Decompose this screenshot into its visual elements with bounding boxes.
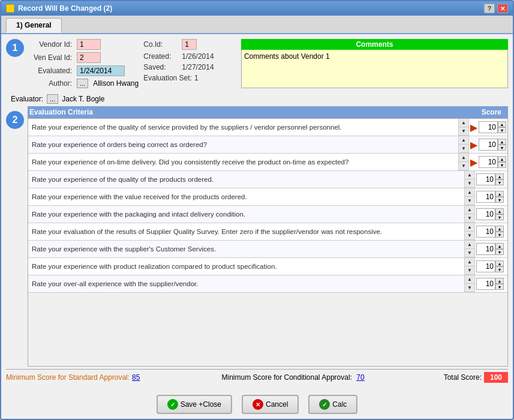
scroll-up-btn[interactable]: ▲ <box>465 241 474 249</box>
min-score-value[interactable]: 85 <box>132 373 140 382</box>
spin-up[interactable]: ▲ <box>498 139 506 145</box>
spin-down[interactable]: ▼ <box>495 284 504 290</box>
scroll-up-btn[interactable]: ▲ <box>459 119 468 127</box>
criteria-header: Evaluation Criteria Score <box>28 106 508 118</box>
vendor-id-input[interactable] <box>77 39 101 50</box>
bottom-section: Minimum Score for Standard Approval: 85 … <box>6 369 508 385</box>
calc-button[interactable]: ✓ Calc <box>308 395 357 414</box>
criteria-text: Rate your experience with the packaging … <box>28 206 464 223</box>
scroll-up-btn[interactable]: ▲ <box>465 206 474 214</box>
criteria-row-text: Rate your experience of orders being cor… <box>32 141 207 148</box>
score-area: ▲ ▼ <box>474 258 507 275</box>
spin-up[interactable]: ▲ <box>498 121 506 127</box>
scroll-down-btn[interactable]: ▼ <box>465 197 474 205</box>
title-bar-left: Record Will Be Changed (2) <box>6 4 112 13</box>
criteria-text: Rate your experience with product realiz… <box>28 258 464 275</box>
score-area: ▲ ▼ <box>474 188 507 205</box>
criteria-text: Rate your experience of the quality of t… <box>28 171 464 188</box>
spin-up[interactable]: ▲ <box>498 156 506 162</box>
spin-up[interactable]: ▲ <box>495 173 504 179</box>
spin-up[interactable]: ▲ <box>495 191 504 197</box>
created-value: 1/26/2014 <box>182 52 224 61</box>
top-section: 1 Vendor Id: Ven Eval Id: Evaluated: <box>6 39 508 88</box>
spin-down[interactable]: ▼ <box>495 266 504 272</box>
comments-section: Comments Comments about Vendor 1 <box>241 39 508 88</box>
scroll-up-btn[interactable]: ▲ <box>465 223 474 232</box>
spin-up[interactable]: ▲ <box>495 260 504 266</box>
criteria-row-text: Rate your experience of the quality of t… <box>32 176 214 183</box>
score-input[interactable] <box>479 156 498 168</box>
scroll-up-btn[interactable]: ▲ <box>465 171 474 179</box>
score-input[interactable] <box>476 208 495 220</box>
vendor-id-row: Vendor Id: <box>30 39 139 50</box>
scroll-down-btn[interactable]: ▼ <box>459 162 468 170</box>
author-button[interactable]: ... <box>77 79 88 88</box>
total-score-value: 100 <box>484 372 508 383</box>
author-row: Author: ... Allison Hwang <box>30 79 139 88</box>
scroll-up-btn[interactable]: ▲ <box>459 154 468 162</box>
scroll-down-btn[interactable]: ▼ <box>465 249 474 257</box>
score-input[interactable] <box>476 243 495 255</box>
spin-down[interactable]: ▼ <box>495 197 504 203</box>
co-id-row: Co.Id: <box>143 39 236 50</box>
scroll-up-btn[interactable]: ▲ <box>465 258 474 266</box>
ven-eval-id-input[interactable] <box>77 52 101 63</box>
score-spinners: ▲ ▼ <box>495 173 504 185</box>
scroll-down-btn[interactable]: ▼ <box>459 145 468 153</box>
spin-up[interactable]: ▲ <box>495 243 504 249</box>
score-input[interactable] <box>476 191 495 203</box>
min-conditional-value[interactable]: 70 <box>356 373 364 382</box>
score-area: ▲ ▼ <box>474 171 507 188</box>
score-input[interactable] <box>479 139 498 151</box>
evaluated-input[interactable] <box>77 65 125 76</box>
scroll-down-btn[interactable]: ▼ <box>465 284 474 292</box>
evaluator-label: Evaluator: <box>11 95 43 103</box>
score-area: ▶ ▲ ▼ <box>468 136 507 153</box>
scroll-down-btn[interactable]: ▼ <box>459 127 468 136</box>
spin-down[interactable]: ▼ <box>498 127 506 133</box>
help-button[interactable]: ? <box>484 4 495 13</box>
score-area: ▲ ▼ <box>474 275 507 292</box>
comments-body[interactable]: Comments about Vendor 1 <box>241 50 508 88</box>
spin-up[interactable]: ▲ <box>495 278 504 284</box>
criteria-scroll-btns: ▲ ▼ <box>458 154 468 170</box>
tab-general[interactable]: 1) General <box>6 18 62 33</box>
evaluator-value: Jack T. Bogle <box>62 95 104 103</box>
scroll-down-btn[interactable]: ▼ <box>465 214 474 223</box>
spin-down[interactable]: ▼ <box>498 162 506 168</box>
spin-up[interactable]: ▲ <box>495 226 504 232</box>
spin-down[interactable]: ▼ <box>495 249 504 255</box>
co-id-label: Co.Id: <box>143 40 179 49</box>
close-button[interactable]: ✕ <box>497 4 508 13</box>
calc-label: Calc <box>332 400 347 409</box>
score-spinners: ▲ ▼ <box>498 139 506 151</box>
score-input[interactable] <box>476 260 495 272</box>
spin-up[interactable]: ▲ <box>495 208 504 214</box>
scroll-up-btn[interactable]: ▲ <box>465 275 474 284</box>
window-title: Record Will Be Changed (2) <box>18 4 112 13</box>
spin-down[interactable]: ▼ <box>498 145 506 151</box>
cancel-button[interactable]: ✕ Cancel <box>242 395 299 414</box>
calc-icon: ✓ <box>319 399 330 410</box>
criteria-scroll-btns: ▲ ▼ <box>464 171 474 188</box>
spin-down[interactable]: ▼ <box>495 179 504 185</box>
score-input[interactable] <box>476 278 495 290</box>
co-id-input[interactable] <box>182 39 197 50</box>
score-input[interactable] <box>479 121 498 133</box>
evaluator-button[interactable]: ... <box>47 94 58 104</box>
cancel-icon: ✕ <box>253 399 263 410</box>
criteria-row: Rate your experience of the quality of t… <box>28 171 507 188</box>
scroll-down-btn[interactable]: ▼ <box>465 266 474 275</box>
spin-down[interactable]: ▼ <box>495 214 504 220</box>
scroll-down-btn[interactable]: ▼ <box>465 179 474 188</box>
scroll-down-btn[interactable]: ▼ <box>465 232 474 240</box>
spin-down[interactable]: ▼ <box>495 232 504 238</box>
save-close-button[interactable]: ✓ Save +Close <box>157 395 232 414</box>
author-label: Author: <box>30 79 72 88</box>
criteria-row-text: Rate your experience with the value rece… <box>32 193 247 200</box>
tab-bar: 1) General <box>1 16 513 34</box>
scroll-up-btn[interactable]: ▲ <box>465 188 474 197</box>
score-input[interactable] <box>476 226 495 238</box>
scroll-up-btn[interactable]: ▲ <box>459 136 468 145</box>
score-input[interactable] <box>476 173 495 185</box>
